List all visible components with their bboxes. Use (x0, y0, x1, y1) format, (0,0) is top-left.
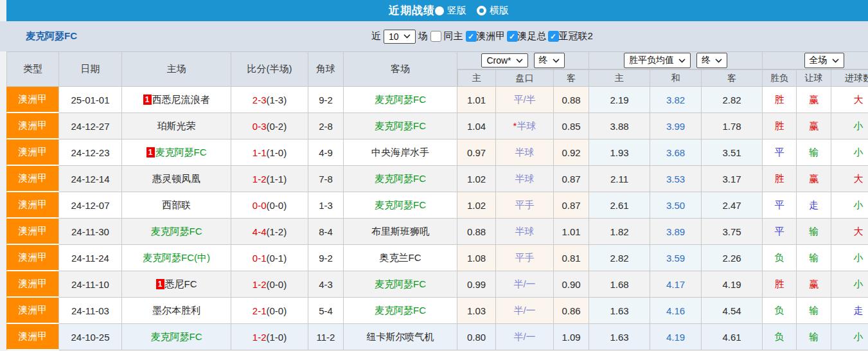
league-label[interactable]: 亚冠联2 (559, 30, 593, 42)
date-cell: 24-10-25 (59, 324, 122, 350)
horizontal-layout-label[interactable]: 横版 (490, 4, 509, 17)
home-team-cell: 1麦克阿瑟FC (122, 140, 231, 166)
away-team-cell: 麦克阿瑟FC (344, 113, 457, 140)
home-team-cell: 墨尔本胜利 (122, 298, 231, 324)
date-cell: 25-01-01 (59, 87, 122, 113)
league-cell: 澳洲甲 (6, 87, 59, 113)
match-row: 澳洲甲 24-12-14 惠灵顿凤凰 1-2(1-1) 7-8 麦克阿瑟FC 1… (6, 166, 868, 192)
date-cell: 24-12-07 (59, 192, 122, 219)
same-home-checkbox[interactable] (430, 31, 441, 42)
away-team[interactable]: 麦克阿瑟FC (375, 94, 426, 105)
avg-type-select[interactable]: 胜平负均值 (624, 53, 691, 68)
corner-cell: 5-4 (308, 298, 344, 324)
away-team-cell: 奥克兰FC (344, 245, 457, 271)
home-team[interactable]: 麦克阿瑟FC(中) (143, 252, 210, 263)
home-team[interactable]: 珀斯光荣 (157, 120, 196, 131)
odds-away-cell: 0.86 (554, 298, 589, 324)
avg-away-cell: 2.47 (702, 192, 763, 219)
corner-cell: 1-3 (308, 192, 344, 219)
league-cell: 澳洲甲 (6, 140, 59, 166)
home-rank-badge: 1 (146, 147, 155, 158)
home-team[interactable]: 麦克阿瑟FC (151, 226, 202, 237)
home-team[interactable]: 西部联 (162, 199, 191, 210)
league-filter: 澳洲甲 (466, 30, 506, 42)
home-team[interactable]: 惠灵顿凤凰 (152, 173, 200, 184)
avg-draw-cell: 4.17 (650, 271, 702, 298)
away-team[interactable]: 中央海岸水手 (371, 147, 429, 158)
away-team[interactable]: 麦克阿瑟FC (375, 305, 426, 316)
score-cell: 1-1(1-0) (231, 140, 308, 166)
col-date: 日期 (59, 51, 122, 87)
odds-home-cell: 1.03 (457, 298, 496, 324)
home-team[interactable]: 麦克阿瑟FC (155, 147, 207, 158)
away-team[interactable]: 麦克阿瑟FC (375, 278, 426, 289)
away-team[interactable]: 麦克阿瑟FC (375, 199, 426, 210)
result-cell: 平 (763, 140, 797, 166)
col-odds-home: 主 (457, 69, 496, 87)
avg-away-cell: 4.61 (702, 324, 763, 350)
home-team-cell: 麦克阿瑟FC(中) (122, 245, 231, 271)
odds-home-cell: 1.02 (457, 192, 496, 219)
avg-home-cell: 2.61 (589, 192, 650, 219)
away-team-cell: 纽卡斯尔喷气机 (344, 324, 457, 350)
league-checkbox[interactable] (507, 31, 518, 42)
result-cell: 负 (763, 298, 797, 324)
league-filter: 澳足总 (507, 30, 547, 42)
vertical-layout-label[interactable]: 竖版 (447, 4, 466, 17)
handicap-result-cell: 赢 (797, 87, 831, 113)
avg-home-cell: 1.63 (589, 324, 650, 350)
score-cell: 0-3(0-2) (231, 113, 308, 140)
odds-time-select[interactable]: 终 (534, 53, 565, 68)
period-select[interactable]: 全场 (804, 53, 844, 68)
league-label[interactable]: 澳洲甲 (477, 30, 506, 42)
handicap-result-cell: 输 (797, 298, 831, 324)
goals-cell: 小 (831, 192, 868, 219)
league-cell: 澳洲甲 (6, 324, 59, 350)
odds-home-cell: 1.08 (457, 245, 496, 271)
away-team[interactable]: 麦克阿瑟FC (375, 173, 426, 184)
away-team-cell: 麦克阿瑟FC (344, 166, 457, 192)
league-checkbox[interactable] (548, 31, 559, 42)
recent-count-select[interactable]: 10 (384, 30, 416, 44)
corner-cell: 11-2 (308, 324, 344, 350)
league-cell: 澳洲甲 (6, 113, 59, 140)
vertical-layout-radio[interactable] (435, 6, 444, 15)
score-cell: 0-1(0-1) (231, 245, 308, 271)
league-cell: 澳洲甲 (6, 271, 59, 298)
home-team-cell: 1悉尼FC (122, 271, 231, 298)
match-row: 澳洲甲 24-11-30 麦克阿瑟FC 4-4(1-2) 8-4 布里斯班狮吼 … (6, 219, 868, 245)
score-cell: 1-2(1-1) (231, 166, 308, 192)
avg-away-cell: 1.78 (702, 113, 763, 140)
avg-home-cell: 1.68 (589, 271, 650, 298)
handicap-cell: 半球 (496, 219, 554, 245)
league-cell: 澳洲甲 (6, 192, 59, 219)
home-team[interactable]: 西悉尼流浪者 (152, 94, 210, 105)
handicap-result-cell: 输 (797, 324, 831, 350)
date-cell: 24-11-30 (59, 219, 122, 245)
result-cell: 负 (763, 324, 797, 350)
topbar: 近期战绩 竖版 横版 (6, 0, 868, 21)
corner-cell: 7-8 (308, 166, 344, 192)
home-team[interactable]: 墨尔本胜利 (152, 305, 200, 316)
home-team[interactable]: 悉尼FC (165, 278, 197, 289)
away-team[interactable]: 麦克阿瑟FC (375, 120, 426, 131)
league-checkbox[interactable] (466, 31, 477, 42)
score-cell: 0-0(0-0) (231, 192, 308, 219)
result-cell: 胜 (763, 113, 797, 140)
avg-away-cell: 3.17 (702, 166, 763, 192)
horizontal-layout-radio[interactable] (477, 6, 486, 15)
home-team-cell: 西部联 (122, 192, 231, 219)
col-avg-home: 主 (589, 69, 650, 87)
odds-company-select[interactable]: Crow* (481, 53, 527, 68)
away-team[interactable]: 布里斯班狮吼 (371, 226, 429, 237)
handicap-result-cell: 走 (797, 192, 831, 219)
away-team-cell: 麦克阿瑟FC (344, 192, 457, 219)
recent-label: 近 (371, 30, 381, 42)
away-team-cell: 布里斯班狮吼 (344, 219, 457, 245)
home-team[interactable]: 麦克阿瑟FC (151, 331, 202, 342)
league-label[interactable]: 澳足总 (518, 30, 547, 42)
score-cell: 1-2(0-0) (231, 271, 308, 298)
away-team[interactable]: 纽卡斯尔喷气机 (367, 331, 434, 342)
away-team[interactable]: 奥克兰FC (380, 252, 421, 263)
avg-time-select[interactable]: 终 (696, 53, 727, 68)
